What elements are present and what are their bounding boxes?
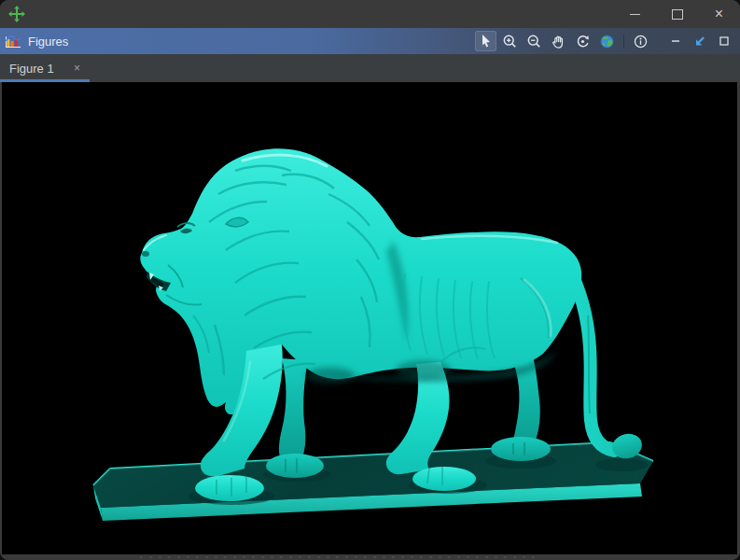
window-controls: × (614, 0, 740, 28)
window-bottom-edge[interactable] (0, 554, 740, 560)
pointer-icon (479, 34, 494, 49)
figures-panel-title: Figures (28, 35, 68, 49)
minimize-icon (630, 14, 640, 15)
zoom-out-tool-button[interactable] (524, 31, 545, 51)
zoom-in-icon (502, 34, 518, 49)
figures-app-icon (5, 34, 21, 49)
pointer-tool-button[interactable] (475, 31, 496, 51)
tab-label: Figure 1 (9, 62, 54, 76)
maximize-icon (672, 9, 683, 20)
tab-figure-1[interactable]: Figure 1 × (0, 54, 90, 82)
figure-tab-bar: Figure 1 × (0, 54, 740, 82)
toolbar-separator (623, 35, 624, 49)
undock-panel-button[interactable] (713, 31, 734, 51)
statue-base (93, 442, 653, 521)
figures-toolbar (475, 31, 734, 51)
lion-3d-render (2, 82, 737, 554)
tab-close-icon[interactable]: × (74, 63, 80, 74)
zoom-in-tool-button[interactable] (499, 31, 521, 51)
close-button[interactable]: × (698, 0, 740, 28)
lion-tail (567, 265, 645, 461)
globe-icon (599, 34, 615, 49)
rotate-3d-tool-button[interactable] (572, 31, 593, 51)
zoom-out-icon (526, 34, 542, 49)
minimize-panel-button[interactable] (664, 31, 686, 51)
undock-square-icon (717, 34, 732, 49)
hand-icon (551, 34, 566, 49)
globe-tool-button[interactable] (596, 31, 618, 51)
window-title-bar[interactable]: × (0, 0, 740, 28)
dock-arrow-icon (692, 34, 707, 49)
figures-panel-titlebar: Figures (0, 28, 740, 54)
pan-tool-button[interactable] (548, 31, 569, 51)
figure-axes-canvas[interactable] (2, 82, 737, 554)
maximize-button[interactable] (656, 0, 698, 28)
info-icon (633, 34, 649, 49)
close-icon: × (715, 7, 723, 21)
minimize-panel-icon (668, 34, 683, 49)
move-window-icon (7, 5, 26, 23)
resize-grip-marks (140, 556, 541, 558)
figures-window: × Figures (0, 0, 740, 560)
rotate-icon (575, 34, 591, 49)
figure-canvas-frame (0, 82, 740, 554)
minimize-button[interactable] (614, 0, 656, 28)
dock-figure-button[interactable] (689, 31, 710, 51)
active-tab-underline (0, 79, 90, 82)
info-tool-button[interactable] (630, 31, 651, 51)
